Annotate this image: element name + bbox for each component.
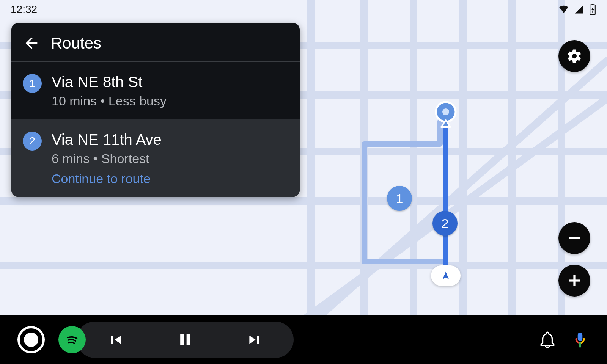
battery-charging-icon — [589, 4, 596, 15]
next-track-button[interactable] — [247, 331, 263, 348]
mic-icon — [571, 330, 590, 349]
media-controls-pill — [77, 322, 294, 358]
route-option-1[interactable]: 1 Via NE 8th St 10 mins • Less busy — [11, 62, 300, 119]
route-subtitle: 10 mins • Less busy — [52, 94, 167, 108]
svg-point-15 — [442, 108, 449, 115]
svg-rect-20 — [573, 275, 575, 286]
route-name: Via NE 11th Ave — [52, 130, 162, 149]
routes-panel: Routes 1 Via NE 8th St 10 mins • Less bu… — [11, 23, 300, 197]
skip-previous-icon — [107, 331, 124, 348]
status-bar: 12:32 — [0, 0, 607, 19]
routes-title: Routes — [51, 34, 101, 52]
back-button[interactable] — [23, 35, 40, 52]
map-route-badge-1-label: 1 — [396, 191, 403, 206]
map-route-badge-2-label: 2 — [442, 216, 449, 231]
spotify-app-button[interactable] — [58, 326, 86, 353]
routes-header: Routes — [11, 23, 300, 62]
route-option-2[interactable]: 2 Via NE 11th Ave 6 mins • Shortest Cont… — [11, 119, 300, 197]
previous-track-button[interactable] — [107, 331, 124, 348]
route-name: Via NE 8th St — [52, 72, 167, 91]
pause-button[interactable] — [177, 331, 193, 348]
wifi-icon — [558, 4, 569, 15]
continue-to-route-link[interactable]: Continue to route — [52, 171, 162, 186]
svg-rect-18 — [569, 237, 580, 239]
status-time: 12:32 — [11, 3, 37, 16]
zoom-out-button[interactable] — [558, 222, 590, 254]
map-route-badge-1[interactable]: 1 — [387, 186, 412, 211]
notifications-button[interactable] — [538, 330, 557, 349]
svg-rect-17 — [591, 4, 593, 5]
bell-icon — [538, 330, 557, 349]
route-subtitle: 6 mins • Shortest — [52, 151, 162, 166]
map-route-badge-2[interactable]: 2 — [432, 211, 458, 236]
plus-icon — [566, 273, 582, 289]
svg-rect-23 — [187, 334, 190, 345]
bottom-nav-bar — [0, 315, 607, 364]
svg-rect-22 — [180, 334, 184, 345]
settings-button[interactable] — [558, 40, 590, 72]
zoom-in-button[interactable] — [558, 265, 590, 297]
route-number-badge: 2 — [23, 132, 42, 151]
voice-assistant-button[interactable] — [571, 330, 590, 349]
navigation-arrow-icon — [440, 270, 451, 281]
minus-icon — [566, 230, 582, 246]
pause-icon — [177, 331, 193, 348]
route-number-badge: 1 — [23, 74, 42, 93]
spotify-icon — [63, 331, 81, 348]
arrow-left-icon — [23, 35, 40, 52]
skip-next-icon — [247, 331, 263, 348]
cellular-icon — [574, 4, 584, 15]
gear-icon — [566, 48, 582, 64]
current-location-marker — [431, 265, 461, 286]
app-launcher-button[interactable] — [17, 326, 45, 353]
